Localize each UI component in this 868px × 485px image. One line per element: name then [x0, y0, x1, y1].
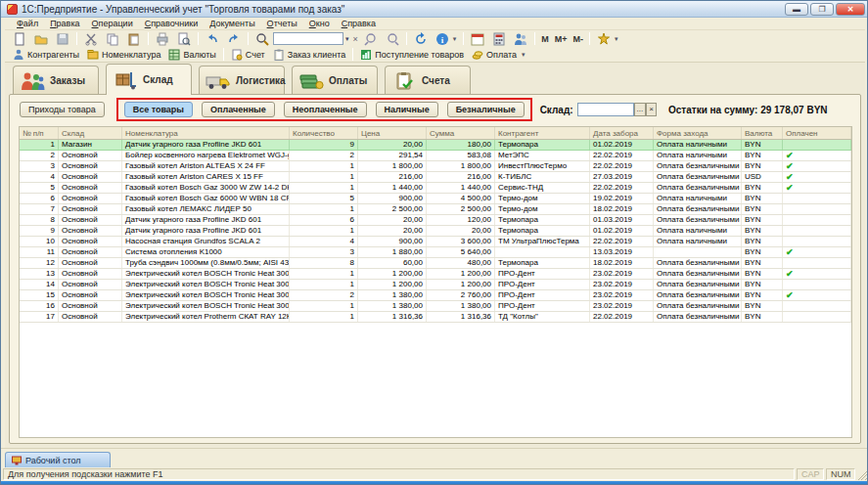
- search-dropdown-icon[interactable]: ▾: [343, 35, 351, 43]
- table-row[interactable]: 10ОсновнойНасосная станция Grundfos SCAL…: [20, 237, 851, 247]
- warehouse-clear-button[interactable]: ×: [646, 103, 657, 116]
- undo-button[interactable]: [202, 31, 223, 47]
- table-cell: 12: [20, 258, 59, 268]
- table-row[interactable]: 6ОсновнойГазовый котел Bosch Gaz 6000 W …: [20, 194, 851, 204]
- print-preview-button[interactable]: [173, 31, 195, 47]
- close-button[interactable]: ✕: [836, 3, 865, 16]
- tab-orders[interactable]: Заказы: [13, 66, 99, 95]
- menu-item[interactable]: Справочники: [139, 19, 205, 28]
- filter-button[interactable]: Наличные: [376, 102, 438, 117]
- find-next-button[interactable]: [382, 31, 403, 47]
- copy-button[interactable]: [102, 31, 123, 47]
- column-header[interactable]: Количество: [290, 127, 358, 139]
- filter-button[interactable]: Безналичные: [447, 102, 525, 117]
- desktop-tab[interactable]: Рабочий стол: [5, 452, 111, 467]
- goods-receipt-button[interactable]: Поступление товаров: [356, 48, 468, 62]
- table-row[interactable]: 4ОсновнойГазовый котел Ariston CARES X 1…: [20, 172, 851, 183]
- memory-plus-button[interactable]: М+: [552, 34, 571, 44]
- calendar-button[interactable]: [467, 31, 488, 47]
- table-row[interactable]: 13ОсновнойЭлектрический котел BOSCH Tron…: [20, 269, 851, 280]
- calculator-button[interactable]: [488, 31, 510, 47]
- filter-button[interactable]: Оплаченные: [202, 102, 275, 117]
- maximize-button[interactable]: ❐: [810, 3, 834, 16]
- service-button[interactable]: ▾: [593, 31, 622, 47]
- table-row[interactable]: 9ОсновнойДатчик угарного газа Profline J…: [20, 226, 851, 237]
- save-button[interactable]: [52, 31, 73, 47]
- column-header[interactable]: Оплачен: [783, 127, 851, 139]
- paid-check-icon: ✔: [783, 172, 851, 182]
- warehouse-picker-button[interactable]: ...: [634, 103, 647, 116]
- table-row[interactable]: 1МагазинДатчик угарного газа Profline JK…: [20, 140, 851, 151]
- table-row[interactable]: 2ОсновнойБойлер косвенного нагрева Elekt…: [20, 151, 851, 161]
- paid-check-icon: ✔: [783, 161, 851, 171]
- service-dropdown-icon[interactable]: ▾: [615, 35, 618, 43]
- payment-button[interactable]: Оплата: [468, 48, 521, 62]
- tab-logistics[interactable]: Логистика: [199, 66, 285, 95]
- column-header[interactable]: Форма захода: [654, 127, 742, 139]
- paid-empty-cell: [783, 204, 851, 214]
- table-row[interactable]: 11ОсновнойСистема отопления K100031 880,…: [20, 247, 851, 258]
- table-cell: 1 880,00: [358, 247, 427, 257]
- users-button[interactable]: [510, 31, 531, 47]
- menu-item[interactable]: Правка: [44, 19, 85, 28]
- search-input[interactable]: [273, 32, 343, 45]
- print-button[interactable]: [152, 31, 173, 47]
- menu-item[interactable]: Отчеты: [261, 19, 303, 28]
- info-button[interactable]: i▾: [432, 31, 461, 47]
- column-header[interactable]: № п/п: [20, 127, 59, 139]
- tab-payments[interactable]: Оплаты: [292, 66, 378, 95]
- resize-grip[interactable]: [857, 468, 868, 480]
- invoice-button[interactable]: Счет: [227, 48, 269, 62]
- warehouse-input[interactable]: [577, 103, 634, 116]
- column-header[interactable]: Сумма: [427, 127, 495, 139]
- tab-invoices[interactable]: Счета: [385, 66, 471, 95]
- search-clear-icon[interactable]: ×: [351, 34, 360, 44]
- filter-button[interactable]: Все товары: [124, 102, 193, 117]
- table-row[interactable]: 8ОсновнойДатчик угарного газа Profline J…: [20, 215, 851, 226]
- column-header[interactable]: Дата забора: [590, 127, 654, 139]
- table-body: 1МагазинДатчик угарного газа Profline JK…: [20, 140, 851, 323]
- redo-button[interactable]: [223, 31, 245, 47]
- tab-warehouse[interactable]: Склад: [106, 64, 192, 95]
- menu-item[interactable]: Документы: [204, 19, 260, 28]
- goods-arrivals-button[interactable]: Приходы товара: [20, 102, 105, 117]
- quickbar-dropdown-icon[interactable]: ▾: [522, 51, 525, 59]
- filter-button[interactable]: Неоплаченные: [284, 102, 367, 117]
- table-row[interactable]: 12ОсновнойТруба сэндвич 1000мм (0.8мм/0.…: [20, 258, 851, 269]
- new-document-button[interactable]: [9, 31, 30, 47]
- table-row[interactable]: 5ОсновнойГазовый котел Bosch Gaz 3000 W …: [20, 183, 851, 194]
- refresh-button[interactable]: [410, 31, 432, 47]
- menu-item[interactable]: Файл: [11, 19, 44, 28]
- invoice-label: Счет: [246, 50, 265, 60]
- menu-item[interactable]: Окно: [303, 19, 336, 28]
- table-row[interactable]: 16ОсновнойЭлектрический котел BOSCH Tron…: [20, 301, 851, 312]
- table-cell: Основной: [59, 172, 122, 182]
- find-prev-button[interactable]: [360, 31, 382, 47]
- separator: [76, 32, 77, 45]
- table-row[interactable]: 7ОсновнойГазовый котел ЛЕМАКС ЛИДЕР 5012…: [20, 204, 851, 215]
- menu-item[interactable]: Справка: [336, 19, 382, 28]
- memory-button[interactable]: М: [538, 34, 552, 44]
- column-header[interactable]: Цена: [358, 127, 427, 139]
- table-row[interactable]: 3ОсновнойГазовый котел Ariston ALTEAS X …: [20, 161, 851, 172]
- menu-item[interactable]: Операции: [86, 19, 139, 28]
- open-button[interactable]: [30, 31, 52, 47]
- minimize-button[interactable]: ▬: [785, 3, 808, 16]
- memory-minus-button[interactable]: М-: [571, 34, 587, 44]
- paste-button[interactable]: [123, 31, 145, 47]
- column-header[interactable]: Склад: [59, 127, 122, 139]
- column-header[interactable]: Контрагент: [495, 127, 590, 139]
- info-dropdown-icon[interactable]: ▾: [453, 35, 457, 43]
- column-header[interactable]: Номенклатура: [122, 127, 290, 139]
- cut-button[interactable]: [80, 31, 102, 47]
- table-row[interactable]: 15ОсновнойЭлектрический котел BOSCH Tron…: [20, 290, 851, 301]
- nomenclature-button[interactable]: Номенклатура: [83, 48, 164, 62]
- table-row[interactable]: 17ОсновнойЭлектрический котел Protherm С…: [20, 312, 851, 323]
- counterparties-button[interactable]: Контрагенты: [9, 48, 83, 62]
- currencies-button[interactable]: Валюты: [164, 48, 219, 62]
- table-cell: 13.03.2019: [590, 247, 654, 257]
- paid-empty-cell: [783, 280, 851, 289]
- column-header[interactable]: Валюта: [742, 127, 783, 139]
- client-order-button[interactable]: Заказ клиента: [269, 48, 349, 62]
- table-row[interactable]: 14ОсновнойЭлектрический котел BOSCH Tron…: [20, 280, 851, 290]
